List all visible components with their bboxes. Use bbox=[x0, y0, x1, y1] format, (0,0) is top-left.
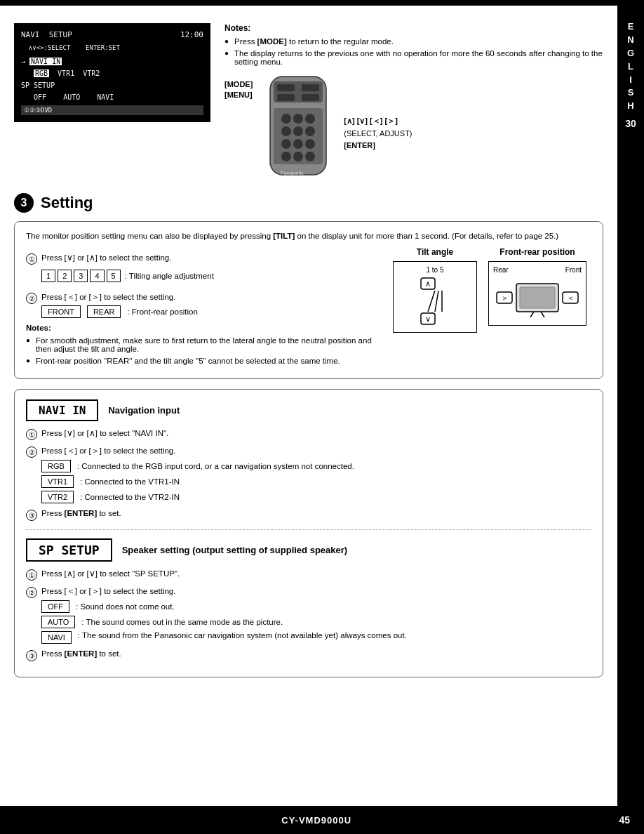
navi-menu-options: OFF AUTO NAVI bbox=[21, 92, 203, 102]
navi-header: NAVI SETUP 12:00 bbox=[21, 30, 203, 39]
sidebar-letters: E N G L I S H bbox=[627, 21, 634, 112]
menu-label: [MENU] bbox=[224, 91, 253, 99]
mode-label: [MODE] bbox=[224, 80, 253, 88]
bottom-page-number: 45 bbox=[619, 814, 630, 826]
svg-rect-17 bbox=[277, 94, 295, 101]
navi-in-step-1-num: ① bbox=[26, 429, 37, 440]
svg-text:Panasonic: Panasonic bbox=[281, 171, 304, 176]
sp-step-3-content: Press [ENTER] to set. bbox=[41, 649, 591, 658]
sp-step-2-num: ② bbox=[26, 587, 37, 598]
bottom-bar: CY-VMD9000U 45 bbox=[0, 806, 644, 834]
tilt-angle-col: Tilt angle 1 to 5 ∧ ∨ bbox=[393, 247, 477, 333]
svg-point-4 bbox=[293, 114, 303, 124]
setting-info-box: The monitor position setting menu can al… bbox=[14, 221, 603, 379]
navi-desc: : The sound from the Panasonic car navig… bbox=[78, 631, 407, 640]
tilt-desc: : Tilting angle adjustment bbox=[125, 272, 214, 280]
sp-step-2-content: Press [＜] or [＞] to select the setting. … bbox=[41, 586, 591, 644]
navi-in-step-2-content: Press [＜] or [＞] to select the setting. … bbox=[41, 446, 591, 503]
navi-in-header: NAVI IN Navigation input bbox=[26, 399, 591, 421]
select-adjust-label: (SELECT, ADJUST) bbox=[344, 128, 412, 140]
remote-labels-left: [MODE] [MENU] bbox=[224, 73, 253, 101]
step-2-options: FRONT REAR : Front-rear position bbox=[41, 305, 374, 318]
setting-notes: Notes: For smooth adjustment, make sure … bbox=[26, 324, 374, 365]
svg-point-9 bbox=[281, 139, 291, 149]
navi-in-step-3-content: Press [ENTER] to set. bbox=[41, 509, 591, 517]
tilt-1: 1 bbox=[41, 270, 55, 282]
navi-screen: NAVI SETUP 12:00 ∧∨<>:SELECT ENTER:SET →… bbox=[14, 23, 210, 122]
rear-front-labels: Rear Front bbox=[493, 266, 582, 274]
rear-option: REAR bbox=[87, 305, 121, 318]
setting-step-1: ① Press [∨] or [∧] to select the setting… bbox=[26, 253, 374, 286]
vtr1-desc: : Connected to the VTR1-IN bbox=[80, 477, 180, 486]
step-2-num: ② bbox=[26, 293, 37, 304]
vtr2-option-row: VTR2 : Connected to the VTR2-IN bbox=[41, 491, 591, 503]
setting-notes-list: For smooth adjustment, make sure to firs… bbox=[26, 336, 374, 365]
svg-line-34 bbox=[541, 312, 544, 317]
remote-svg-container: Panasonic bbox=[260, 73, 337, 180]
svg-point-8 bbox=[305, 126, 315, 136]
navi-in-step-1: ① Press [∨] or [∧] to select "NAVI IN". bbox=[26, 428, 591, 440]
rear-label: Rear bbox=[493, 266, 509, 274]
navi-menu-navi-in: → NAVI IN bbox=[21, 56, 203, 67]
auto-option-row: AUTO : The sound comes out in the same m… bbox=[41, 616, 591, 628]
vtr1-option-row: VTR1 : Connected to the VTR1-IN bbox=[41, 475, 591, 488]
sp-setup-header: SP SETUP Speaker setting (output setting… bbox=[26, 538, 591, 562]
off-desc: : Sound does not come out. bbox=[76, 602, 175, 611]
sidebar-letter-i: I bbox=[629, 74, 632, 86]
notes-list: Press [MODE] to return to the regular mo… bbox=[224, 37, 603, 66]
vtr2-option-box: VTR2 bbox=[41, 491, 74, 503]
sp-setup-description: Speaker setting (output setting of suppl… bbox=[122, 545, 347, 555]
section-divider bbox=[26, 529, 591, 530]
setting-intro: The monitor position setting menu can al… bbox=[26, 232, 591, 240]
tilt-range-label: 1 to 5 bbox=[398, 266, 472, 274]
navi-screen-inner: NAVI SETUP 12:00 ∧∨<>:SELECT ENTER:SET →… bbox=[18, 27, 206, 118]
svg-line-24 bbox=[428, 291, 435, 312]
navi-option-box: NAVI bbox=[41, 631, 72, 644]
sp-step-2: ② Press [＜] or [＞] to select the setting… bbox=[26, 586, 591, 644]
tilt-5: 5 bbox=[107, 270, 121, 282]
setting-notes-title: Notes: bbox=[26, 324, 374, 332]
navi-option-row: NAVI : The sound from the Panasonic car … bbox=[41, 631, 591, 644]
tilt-3: 3 bbox=[74, 270, 88, 282]
front-rear-col: Front-rear position Rear Front ＞ bbox=[488, 247, 586, 333]
remote-diagram-section: [MODE] [MENU] bbox=[224, 73, 603, 180]
step-1-num: ① bbox=[26, 253, 37, 265]
setting-steps: ① Press [∨] or [∧] to select the setting… bbox=[26, 247, 374, 369]
sidebar-page-number: 30 bbox=[625, 118, 636, 129]
sp-step-3-num: ③ bbox=[26, 650, 37, 661]
off-option-row: OFF : Sound does not come out. bbox=[41, 600, 591, 613]
auto-desc: : The sound comes out in the same mode a… bbox=[81, 618, 283, 626]
navi-title: NAVI SETUP bbox=[21, 30, 72, 39]
arrow-labels: [∧] [∨] [＜] [＞] (SELECT, ADJUST) [ENTER] bbox=[344, 115, 412, 152]
remote-svg: Panasonic bbox=[260, 73, 337, 178]
arrow-keys-label: [∧] [∨] [＜] [＞] bbox=[344, 115, 412, 128]
svg-text:＞: ＞ bbox=[501, 293, 509, 302]
main-content: NAVI SETUP 12:00 ∧∨<>:SELECT ENTER:SET →… bbox=[0, 6, 617, 806]
rgb-option-row: RGB : Connected to the RGB input cord, o… bbox=[41, 460, 591, 472]
svg-text:∨: ∨ bbox=[425, 315, 431, 323]
navi-menu-rgb: RGB VTR1 VTR2 bbox=[21, 68, 203, 79]
tilt-angle-svg: ∧ ∨ bbox=[400, 277, 470, 326]
tilt-4: 4 bbox=[90, 270, 104, 282]
navi-time: 12:00 bbox=[180, 30, 203, 39]
navi-in-step-2-num: ② bbox=[26, 446, 37, 458]
setting-step-2: ② Press [＜] or [＞] to select the setting… bbox=[26, 292, 374, 318]
off-option-box: OFF bbox=[41, 600, 69, 613]
svg-rect-16 bbox=[302, 84, 319, 91]
navi-in-name-box: NAVI IN bbox=[26, 399, 98, 421]
svg-point-10 bbox=[293, 139, 303, 149]
navi-in-step-2: ② Press [＜] or [＞] to select the setting… bbox=[26, 446, 591, 503]
enter-label: [ENTER] bbox=[344, 140, 412, 152]
svg-point-12 bbox=[281, 152, 291, 161]
svg-text:∧: ∧ bbox=[425, 279, 431, 288]
section-3-title: Setting bbox=[41, 194, 93, 212]
setting-note-2: Front-rear position "REAR" and the tilt … bbox=[26, 357, 374, 365]
front-option: FRONT bbox=[41, 305, 81, 318]
step-2-content: Press [＜] or [＞] to select the setting. … bbox=[41, 292, 374, 318]
navi-in-step-1-content: Press [∨] or [∧] to select "NAVI IN". bbox=[41, 428, 591, 438]
svg-point-13 bbox=[293, 152, 303, 161]
sp-step-1-num: ① bbox=[26, 569, 37, 581]
front-label: Front bbox=[565, 266, 582, 274]
navi-in-step-3-num: ③ bbox=[26, 510, 37, 521]
sp-step-2-text: Press [＜] or [＞] to select the setting. bbox=[41, 586, 591, 597]
